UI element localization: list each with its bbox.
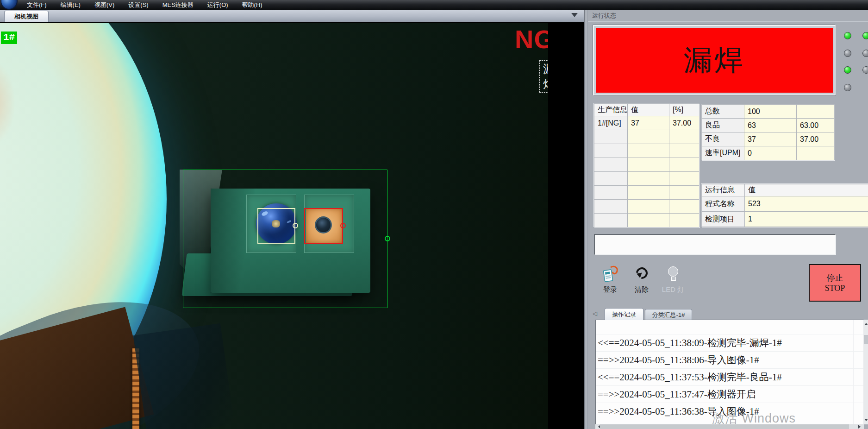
app-window: 文件(F) 编辑(E) 视图(V) 设置(S) MES连接器 运行(O) 帮助(…: [0, 0, 868, 429]
bulb-icon: [668, 266, 678, 277]
stop-button[interactable]: 停止 STOP: [809, 264, 861, 302]
row-percent: [669, 186, 699, 200]
scroll-right-icon[interactable]: [858, 425, 862, 429]
stat-value: 0: [744, 146, 797, 160]
stat-label: 速率[UPM]: [702, 146, 744, 160]
scroll-down-icon[interactable]: [864, 419, 868, 423]
menu-bar: 文件(F) 编辑(E) 视图(V) 设置(S) MES连接器 运行(O) 帮助(…: [0, 0, 868, 10]
camera-tab-strip: 相机视图: [0, 10, 584, 22]
stat-percent: 37.00: [797, 132, 835, 146]
table-row: 1#[NG] 37 37.00: [594, 116, 699, 130]
log-entry: ==>>2024-05-05_11:37:47-检测器开启: [596, 386, 863, 403]
scroll-thumb[interactable]: [864, 335, 868, 344]
stop-label-cn: 停止: [827, 273, 843, 283]
table-row: 良品6363.00: [702, 119, 835, 132]
row-value: [628, 186, 669, 200]
stat-value: 37: [744, 132, 797, 146]
roi-handle[interactable]: [385, 236, 390, 241]
table-row: 检测项目1: [702, 212, 868, 227]
clear-button[interactable]: 清除: [629, 265, 655, 295]
login-button[interactable]: 登录: [597, 265, 623, 295]
defect-label-overlay: 漏焊: [539, 60, 548, 93]
tab-operation-log[interactable]: 操作记录: [605, 308, 643, 320]
roi-rectangle[interactable]: [183, 170, 387, 308]
run-value: 1: [745, 212, 868, 227]
result-banner: 漏焊: [596, 28, 833, 93]
camera-id-badge: 1#: [1, 32, 17, 44]
table-row: [594, 172, 699, 186]
statistics-table: 总数100 良品6363.00 不良3737.00 速率[UPM]0: [701, 104, 835, 160]
row-label: 1#[NG]: [594, 116, 628, 130]
result-banner-frame: 漏焊: [593, 25, 836, 95]
message-box[interactable]: [594, 234, 836, 255]
table-row: [594, 200, 699, 214]
menu-help[interactable]: 帮助(H): [237, 0, 267, 10]
row-value: 37: [628, 116, 669, 130]
col-header: 生产信息: [594, 104, 628, 116]
log-vertical-scrollbar[interactable]: [864, 320, 868, 424]
status-led: [844, 84, 851, 91]
led-light-button[interactable]: LED 灯: [658, 265, 688, 295]
row-percent: [669, 214, 699, 227]
menu-mes-connector[interactable]: MES连接器: [158, 0, 198, 10]
table-row: 总数100: [702, 105, 835, 119]
row-label: [594, 200, 628, 214]
table-row: 速率[UPM]0: [702, 146, 835, 160]
menu-file[interactable]: 文件(F): [22, 0, 51, 10]
log-tab-bar: ◁ 操作记录 分类汇总-1#: [588, 308, 868, 320]
menu-edit[interactable]: 编辑(E): [56, 0, 85, 10]
status-led: [844, 50, 851, 57]
log-entry: <<==2024-05-05_11:37:53-检测完毕-良品-1#: [596, 369, 863, 386]
stat-value: 63: [744, 119, 797, 132]
panel-splitter[interactable]: [584, 10, 588, 429]
clear-label: 清除: [629, 285, 655, 294]
row-label: [594, 130, 628, 144]
menu-view[interactable]: 视图(V): [90, 0, 119, 10]
run-label: 程式名称: [702, 196, 745, 212]
row-percent: [669, 172, 699, 186]
refresh-icon: [634, 265, 650, 281]
menu-settings[interactable]: 设置(S): [124, 0, 153, 10]
table-row: [594, 130, 699, 144]
col-header: 值: [745, 184, 868, 196]
tab-camera-view[interactable]: 相机视图: [4, 11, 49, 22]
app-logo-icon[interactable]: [0, 0, 18, 10]
stat-percent: [797, 146, 835, 160]
table-row: [594, 214, 699, 227]
status-led: [862, 32, 868, 39]
camera-view-area: 1# NG 漏焊: [0, 22, 584, 429]
row-percent: [669, 144, 699, 158]
run-label: 检测项目: [702, 212, 745, 227]
pcb-shadow-wedge: [133, 323, 235, 429]
login-label: 登录: [597, 285, 623, 294]
row-label: [594, 214, 628, 227]
row-value: [628, 214, 669, 227]
row-label: [594, 144, 628, 158]
row-percent: 37.00: [669, 116, 699, 130]
status-led: [844, 32, 851, 39]
chevron-down-icon[interactable]: [571, 13, 578, 17]
panel-title: 运行状态: [592, 12, 616, 20]
table-row: [594, 144, 699, 158]
row-value: [628, 158, 669, 172]
operation-log-list[interactable]: <<==2024-05-05_11:38:09-检测完毕-漏焊-1# ==>>2…: [595, 320, 864, 424]
row-percent: [669, 158, 699, 172]
log-horizontal-scrollbar[interactable]: [595, 424, 864, 429]
stat-percent: 63.00: [797, 119, 835, 132]
log-spacer: [596, 320, 863, 334]
scroll-up-icon[interactable]: [864, 321, 868, 325]
run-info-table: 运行信息 值 程式名称523 检测项目1: [701, 184, 868, 227]
stat-value: 100: [744, 105, 797, 119]
stat-percent: [797, 105, 835, 119]
status-led: [862, 50, 868, 57]
col-header: 运行信息: [702, 184, 745, 196]
stat-label: 不良: [702, 132, 744, 146]
log-entry: ==>>2024-05-05_11:38:06-导入图像-1#: [596, 352, 863, 369]
scroll-thumb[interactable]: [600, 424, 849, 429]
row-percent: [669, 200, 699, 214]
tab-scroll-left-icon[interactable]: ◁: [593, 310, 597, 317]
row-value: [628, 144, 669, 158]
log-entry: <<==2024-05-05_11:38:09-检测完毕-漏焊-1#: [596, 334, 863, 352]
menu-run[interactable]: 运行(O): [203, 0, 233, 10]
table-row: 不良3737.00: [702, 132, 835, 146]
